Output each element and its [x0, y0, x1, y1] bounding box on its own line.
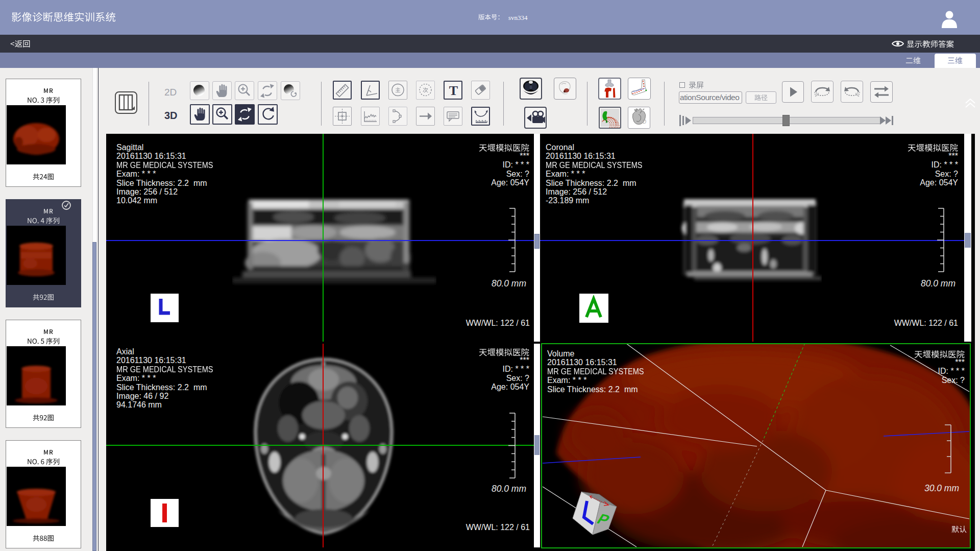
- svg-text:D: D: [643, 119, 646, 125]
- svg-text:T: T: [449, 83, 458, 98]
